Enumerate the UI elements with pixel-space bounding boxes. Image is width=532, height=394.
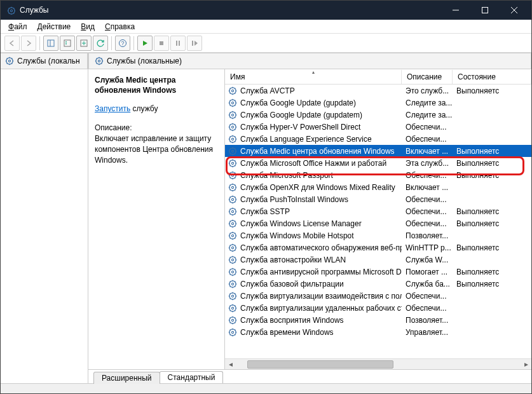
- service-row[interactable]: Служба AVCTPЭто служб...Выполняетс: [225, 85, 531, 97]
- service-name: Служба виртуализации удаленных рабочих с…: [240, 304, 402, 313]
- start-service-button[interactable]: [137, 36, 153, 51]
- gear-icon: [228, 279, 238, 289]
- service-row[interactable]: Служба автоматического обнаружения веб-п…: [225, 241, 531, 254]
- close-button[interactable]: [500, 1, 529, 20]
- service-state: Выполняетс: [453, 207, 531, 216]
- service-row[interactable]: Служба виртуализации взаимодействия с по…: [225, 290, 531, 302]
- service-description: Обеспечи...: [402, 219, 453, 228]
- back-button[interactable]: [4, 36, 20, 51]
- service-name: Служба Language Experience Service: [240, 135, 372, 144]
- service-row[interactable]: Служба базовой фильтрацииСлужба ба...Вып…: [225, 278, 531, 290]
- service-description: Служба ба...: [402, 280, 453, 289]
- service-description: Обеспечи...: [402, 123, 453, 132]
- service-state: Выполняетс: [453, 159, 531, 168]
- service-row[interactable]: Служба Medic центра обновления WindowsВк…: [225, 145, 531, 157]
- service-row[interactable]: Служба Microsoft PassportОбеспечи...Выпо…: [225, 169, 531, 181]
- scroll-thumb[interactable]: [247, 360, 393, 369]
- service-row[interactable]: Служба Language Experience ServiceОбеспе…: [225, 133, 531, 145]
- service-name: Служба восприятия Windows: [240, 316, 344, 325]
- export-button[interactable]: [76, 36, 92, 51]
- service-description: Эта служб...: [402, 159, 453, 168]
- svg-text:?: ?: [121, 40, 124, 46]
- gear-icon: [228, 86, 238, 96]
- service-state: Выполняетс: [453, 86, 531, 95]
- view-tabs: Расширенный Стандартный: [88, 369, 531, 383]
- menu-bar: Файл Действие Вид Справка: [1, 20, 531, 34]
- gear-icon: [228, 207, 238, 217]
- service-row[interactable]: Служба OpenXR для Windows Mixed RealityВ…: [225, 181, 531, 193]
- column-headers: Имя ▴ Описание Состояние: [225, 69, 531, 85]
- service-row[interactable]: Служба PushToInstall WindowsОбеспечи...: [225, 193, 531, 205]
- service-row[interactable]: Служба Windows Mobile HotspotПозволяет..…: [225, 229, 531, 241]
- menu-view[interactable]: Вид: [76, 21, 100, 32]
- help-button[interactable]: ?: [115, 36, 130, 51]
- service-row[interactable]: Служба Microsoft Office Нажми и работайЭ…: [225, 157, 531, 169]
- svg-rect-12: [176, 41, 177, 46]
- gear-icon: [228, 110, 238, 120]
- service-row[interactable]: Служба виртуализации удаленных рабочих с…: [225, 302, 531, 314]
- service-row[interactable]: Служба времени WindowsУправляет...: [225, 326, 531, 338]
- gear-icon: [228, 231, 238, 241]
- detail-pane: Служба Medic центра обновления Windows З…: [88, 69, 225, 369]
- scroll-right-icon[interactable]: ▸: [521, 360, 531, 369]
- list-body[interactable]: Служба AVCTPЭто служб...ВыполняетсСлужба…: [225, 85, 531, 358]
- nav-services-local[interactable]: Службы (локальн: [1, 53, 88, 69]
- service-name: Служба антивирусной программы Microsoft …: [240, 268, 402, 276]
- service-name: Служба Hyper-V PowerShell Direct: [240, 123, 360, 132]
- title-bar: Службы: [1, 1, 531, 20]
- horizontal-scrollbar[interactable]: ◂ ▸: [225, 358, 531, 369]
- gear-icon: [228, 291, 238, 301]
- service-description: Позволяет...: [402, 231, 453, 240]
- svg-rect-14: [192, 41, 193, 46]
- service-description: WinHTTP р...: [402, 243, 453, 252]
- svg-rect-3: [48, 40, 54, 46]
- tab-standard[interactable]: Стандартный: [160, 371, 224, 383]
- service-name: Служба автоматического обнаружения веб-п…: [240, 243, 402, 252]
- pause-service-button[interactable]: [170, 36, 186, 51]
- start-service-link[interactable]: Запустить: [95, 104, 130, 113]
- restart-service-button[interactable]: [187, 36, 202, 51]
- gear-icon: [228, 243, 238, 253]
- service-row[interactable]: Служба SSTPОбеспечи...Выполняетс: [225, 205, 531, 217]
- gear-icon: [228, 267, 238, 277]
- service-description: Служба W...: [402, 255, 453, 264]
- nav-label: Службы (локальн: [17, 57, 80, 65]
- menu-file[interactable]: Файл: [3, 21, 32, 32]
- service-row[interactable]: Служба Hyper-V PowerShell DirectОбеспечи…: [225, 121, 531, 133]
- stop-service-button[interactable]: [154, 36, 169, 51]
- gear-icon: [228, 255, 238, 265]
- service-description: Обеспечи...: [402, 135, 453, 144]
- gear-icon: [228, 327, 238, 337]
- service-description: Включает ...: [402, 183, 453, 192]
- maximize-button[interactable]: [470, 1, 500, 20]
- svg-point-6: [65, 41, 67, 43]
- service-description: Обеспечи...: [402, 171, 453, 180]
- service-row[interactable]: Служба восприятия WindowsПозволяет...: [225, 314, 531, 326]
- col-state[interactable]: Состояние: [453, 70, 531, 84]
- service-state: Выполняетс: [453, 243, 531, 252]
- service-name: Служба Google Update (gupdatem): [240, 111, 362, 119]
- tab-extended[interactable]: Расширенный: [93, 372, 160, 384]
- service-row[interactable]: Служба Windows License ManagerОбеспечи..…: [225, 217, 531, 229]
- menu-help[interactable]: Справка: [100, 21, 140, 32]
- service-name: Служба Windows Mobile Hotspot: [240, 231, 354, 240]
- menu-action[interactable]: Действие: [32, 21, 76, 32]
- service-row[interactable]: Служба Google Update (gupdatem)Следите з…: [225, 109, 531, 121]
- service-state: Выполняетс: [453, 268, 531, 276]
- show-hide-button[interactable]: [43, 36, 58, 51]
- col-name[interactable]: Имя ▴: [225, 70, 402, 84]
- forward-button[interactable]: [21, 36, 36, 51]
- minimize-button[interactable]: [441, 1, 470, 20]
- status-bar: [1, 383, 531, 394]
- col-description[interactable]: Описание: [402, 70, 453, 84]
- refresh-button[interactable]: [93, 36, 108, 51]
- gear-icon: [228, 170, 238, 180]
- svg-rect-5: [64, 40, 71, 46]
- service-row[interactable]: Служба Google Update (gupdate)Следите за…: [225, 97, 531, 109]
- properties-button[interactable]: [60, 36, 75, 51]
- scroll-left-icon[interactable]: ◂: [225, 360, 236, 369]
- description-text: Включает исправление и защиту компоненто…: [95, 133, 219, 165]
- service-row[interactable]: Служба антивирусной программы Microsoft …: [225, 266, 531, 278]
- service-row[interactable]: Служба автонастройки WLANСлужба W...: [225, 254, 531, 266]
- gear-icon: [94, 56, 104, 66]
